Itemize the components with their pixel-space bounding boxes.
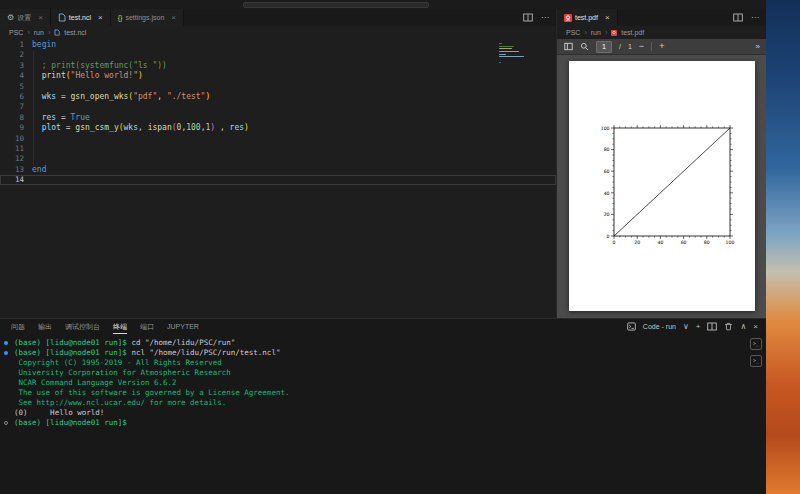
sidebar-toggle-icon[interactable] xyxy=(564,42,573,51)
json-icon: {} xyxy=(118,14,123,21)
code-line: 2 xyxy=(0,50,556,60)
terminal-tabs-rail: >_ >_ xyxy=(750,338,762,367)
panel-tab-terminal[interactable]: 终端 xyxy=(113,319,127,334)
command-center[interactable] xyxy=(243,2,429,8)
terminal-profile-label[interactable]: Code - run xyxy=(643,323,676,330)
chevron-right-icon: › xyxy=(605,29,607,36)
panel-tab-problems[interactable]: 问题 xyxy=(11,319,25,334)
breadcrumb-item-file[interactable]: test.pdf xyxy=(621,29,644,36)
code-line: 13end xyxy=(0,165,556,175)
chevron-right-icon: › xyxy=(584,29,586,36)
close-icon[interactable]: × xyxy=(98,14,103,22)
breadcrumb-item-file[interactable]: test.ncl xyxy=(64,29,86,36)
editor-group-right: test.pdf × ⋯ PSC › run › test.pdf 1 xyxy=(556,9,766,318)
code-line: 8 res = True xyxy=(0,113,556,123)
tab-bar-right: test.pdf × ⋯ xyxy=(557,9,766,26)
code-line: 7 xyxy=(0,102,556,112)
code-editor[interactable]: 1begin2 3 ; print(systemfunc("ls "))4 pr… xyxy=(0,39,556,318)
code-line: 10 xyxy=(0,134,556,144)
panel-header: 问题输出调试控制台终端端口JUPYTER Code - run ∨ + ∧ × xyxy=(0,319,766,334)
terminal[interactable]: (base) [lidu@node01 run]$ cd "/home/lidu… xyxy=(0,334,750,494)
editor-actions-right: ⋯ xyxy=(733,9,766,26)
terminal-line: See http://www.ncl.ucar.edu/ for more de… xyxy=(14,398,750,408)
terminal-line: (base) [lidu@node01 run]$ cd "/home/lidu… xyxy=(14,338,750,348)
panel-tab-output[interactable]: 输出 xyxy=(38,319,52,334)
file-icon xyxy=(54,29,60,36)
screen: ⚙ 设置 × test.ncl × {} settings.json × ⋯ xyxy=(0,0,800,494)
terminal-line: NCAR Command Language Version 6.6.2 xyxy=(14,378,750,388)
tab-settings[interactable]: ⚙ 设置 × xyxy=(0,9,51,26)
minimap[interactable] xyxy=(499,43,549,66)
code-line: 11 xyxy=(0,144,556,154)
pdf-viewer[interactable]: 020406080100020406080100 xyxy=(557,55,766,318)
code-line: 1begin xyxy=(0,40,556,50)
panel-tabs: 问题输出调试控制台终端端口JUPYTER xyxy=(11,319,212,334)
vscode-window: ⚙ 设置 × test.ncl × {} settings.json × ⋯ xyxy=(0,0,766,494)
panel-tab-jupyter[interactable]: JUPYTER xyxy=(167,319,199,334)
command-decoration xyxy=(4,341,8,345)
desktop-wallpaper xyxy=(766,0,800,494)
tab-bar-left: ⚙ 设置 × test.ncl × {} settings.json × ⋯ xyxy=(0,9,556,26)
chevron-right-icon: › xyxy=(27,29,29,36)
code-line: 3 ; print(systemfunc("ls ")) xyxy=(0,61,556,71)
code-line: 6 wks = gsn_open_wks("pdf", "./test") xyxy=(0,92,556,102)
pdf-icon xyxy=(611,30,617,36)
breadcrumb-item-psc[interactable]: PSC xyxy=(9,29,23,36)
editor-actions-left: ⋯ xyxy=(523,9,556,26)
page-number-input[interactable]: 1 xyxy=(596,41,612,53)
command-decoration xyxy=(4,421,8,425)
title-bar xyxy=(0,0,766,9)
pdf-icon xyxy=(564,14,572,22)
zoom-out-button[interactable]: − xyxy=(639,42,644,51)
svg-text:40: 40 xyxy=(657,240,663,245)
code-line: 5 xyxy=(0,82,556,92)
breadcrumb-item-psc[interactable]: PSC xyxy=(566,29,580,36)
panel-controls: Code - run ∨ + ∧ × xyxy=(627,319,758,334)
terminal-icon xyxy=(627,322,636,331)
toolbar-overflow-button[interactable]: » xyxy=(756,42,759,51)
toolbar-divider xyxy=(651,42,652,51)
tab-label: settings.json xyxy=(125,14,164,21)
split-editor-icon[interactable] xyxy=(733,13,743,22)
close-icon[interactable]: × xyxy=(605,14,610,22)
breadcrumb: PSC › run › test.pdf xyxy=(557,26,766,39)
maximize-panel-icon[interactable]: ∧ xyxy=(740,323,746,331)
tab-test-ncl[interactable]: test.ncl × xyxy=(51,9,111,26)
editor-group-left: ⚙ 设置 × test.ncl × {} settings.json × ⋯ xyxy=(0,9,556,318)
bottom-panel: 问题输出调试控制台终端端口JUPYTER Code - run ∨ + ∧ × … xyxy=(0,318,766,494)
zoom-in-button[interactable]: + xyxy=(659,42,664,51)
breadcrumb-item-run[interactable]: run xyxy=(591,29,601,36)
chevron-down-icon[interactable]: ∨ xyxy=(683,323,689,331)
svg-text:60: 60 xyxy=(603,169,609,174)
terminal-line: University Corporation for Atmospheric R… xyxy=(14,368,750,378)
command-decoration xyxy=(4,351,8,355)
split-terminal-icon[interactable] xyxy=(707,322,717,331)
close-icon[interactable]: × xyxy=(38,14,43,22)
more-actions-icon[interactable]: ⋯ xyxy=(541,14,549,22)
terminal-line: Copyright (C) 1995-2019 - All Rights Res… xyxy=(14,358,750,368)
split-editor-icon[interactable] xyxy=(523,13,533,22)
terminal-line: The use of this software is governed by … xyxy=(14,388,750,398)
panel-tab-ports[interactable]: 端口 xyxy=(140,319,154,334)
tab-settings-json[interactable]: {} settings.json × xyxy=(111,9,184,26)
chevron-right-icon: › xyxy=(48,29,50,36)
terminal-tab-icon[interactable]: >_ xyxy=(750,355,762,367)
search-icon[interactable] xyxy=(580,42,589,51)
new-terminal-button[interactable]: + xyxy=(696,323,701,331)
breadcrumb-item-run[interactable]: run xyxy=(34,29,44,36)
pdf-toolbar: 1 / 1 − + » xyxy=(557,39,766,55)
svg-text:80: 80 xyxy=(703,240,709,245)
panel-tab-debug-console[interactable]: 调试控制台 xyxy=(65,319,100,334)
close-icon[interactable]: × xyxy=(171,14,176,22)
pdf-page: 020406080100020406080100 xyxy=(569,61,755,311)
terminal-line: (0) Hello world! xyxy=(14,408,750,418)
terminal-tab-icon[interactable]: >_ xyxy=(750,338,762,350)
pdf-plot: 020406080100020406080100 xyxy=(590,122,750,262)
close-panel-icon[interactable]: × xyxy=(753,323,758,331)
tab-test-pdf[interactable]: test.pdf × xyxy=(557,9,618,26)
svg-text:40: 40 xyxy=(603,191,609,196)
code-line: 4 print("Hello world!") xyxy=(0,71,556,81)
svg-text:20: 20 xyxy=(603,212,609,217)
trash-icon[interactable] xyxy=(724,322,733,331)
more-actions-icon[interactable]: ⋯ xyxy=(751,14,759,22)
